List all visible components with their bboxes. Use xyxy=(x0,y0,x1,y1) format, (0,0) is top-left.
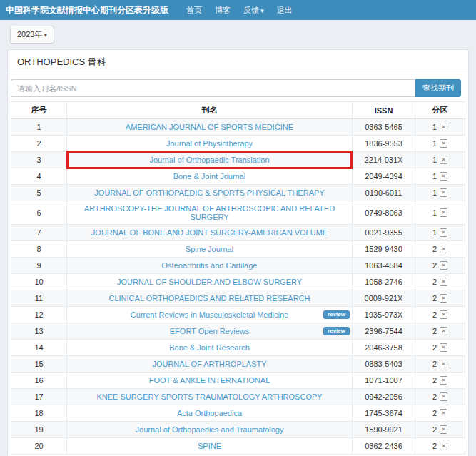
journal-link[interactable]: Bone & Joint Journal xyxy=(173,172,246,181)
row-seq: 3 xyxy=(11,152,67,168)
row-tier: 2✕ xyxy=(415,356,465,373)
journal-link[interactable]: Osteoarthritis and Cartilage xyxy=(162,261,258,270)
journal-link[interactable]: Journal of Orthopaedic Translation xyxy=(149,156,269,164)
row-seq: 14 xyxy=(11,340,67,356)
row-issn: 0362-2436 xyxy=(353,438,415,455)
row-name-cell: EFORT Open Reviews review xyxy=(67,323,353,340)
search-journal-button[interactable]: 查找期刊 xyxy=(415,79,461,97)
journal-link[interactable]: SPINE xyxy=(198,442,221,450)
broken-image-icon: ✕ xyxy=(440,376,447,385)
tier-number: 2 xyxy=(432,261,437,270)
row-tier: 1✕ xyxy=(415,152,465,168)
journal-table-wrap: 序号 刊名 ISSN 分区 1 AMERICAN JOURNAL OF SPOR… xyxy=(8,97,468,455)
nav-item-blog[interactable]: 博客 xyxy=(215,5,231,16)
row-tier: 1✕ xyxy=(415,225,465,241)
row-name-cell: ARTHROSCOPY-THE JOURNAL OF ARTHROSCOPIC … xyxy=(67,201,353,225)
table-row: 15 JOURNAL OF ARTHROPLASTY 0883-5403 2✕ xyxy=(11,356,465,373)
row-name-cell: Bone & Joint Journal xyxy=(67,168,353,185)
table-row: 13 EFORT Open Reviews review 2396-7544 2… xyxy=(11,323,465,340)
tier-number: 2 xyxy=(432,327,437,335)
broken-image-icon: ✕ xyxy=(440,228,447,237)
table-row: 12 Current Reviews in Musculoskeletal Me… xyxy=(11,307,465,323)
journal-link[interactable]: CLINICAL ORTHOPAEDICS AND RELATED RESEAR… xyxy=(109,294,310,303)
journal-table: 序号 刊名 ISSN 分区 1 AMERICAN JOURNAL OF SPOR… xyxy=(11,101,465,455)
journal-link[interactable]: Spine Journal xyxy=(186,245,233,253)
broken-image-icon: ✕ xyxy=(440,261,447,270)
journal-link[interactable]: ARTHROSCOPY-THE JOURNAL OF ARTHROSCOPIC … xyxy=(84,204,335,221)
row-issn: 0009-921X xyxy=(353,290,415,307)
journal-link[interactable]: AMERICAN JOURNAL OF SPORTS MEDICINE xyxy=(126,123,293,131)
journal-link[interactable]: JOURNAL OF BONE AND JOINT SURGERY-AMERIC… xyxy=(91,228,328,237)
journal-link[interactable]: JOURNAL OF SHOULDER AND ELBOW SURGERY xyxy=(117,278,302,286)
table-row: 17 KNEE SURGERY SPORTS TRAUMATOLOGY ARTH… xyxy=(11,389,465,405)
year-dropdown-button[interactable]: 2023年▾ xyxy=(10,26,54,44)
row-seq: 15 xyxy=(11,356,67,373)
row-name-cell: JOURNAL OF ARTHROPLASTY xyxy=(67,356,353,373)
journal-link[interactable]: Bone & Joint Research xyxy=(169,343,250,352)
tier-number: 1 xyxy=(432,188,437,197)
row-issn: 0363-5465 xyxy=(353,119,415,136)
tier-number: 2 xyxy=(432,294,437,303)
broken-image-icon: ✕ xyxy=(440,278,447,286)
table-row: 18 Acta Orthopaedica 1745-3674 2✕ xyxy=(11,405,465,422)
tier-number: 1 xyxy=(432,123,437,131)
journal-link[interactable]: Acta Orthopaedica xyxy=(177,409,242,417)
search-input[interactable] xyxy=(11,79,415,97)
nav-item-feedback-label: 反馈 xyxy=(243,6,259,14)
tier-number: 1 xyxy=(432,208,437,217)
row-name-cell: Spine Journal xyxy=(67,241,353,258)
row-issn: 1836-9553 xyxy=(353,136,415,152)
journal-link[interactable]: EFORT Open Reviews xyxy=(170,327,249,335)
table-row: 20 SPINE 0362-2436 2✕ xyxy=(11,438,465,455)
row-tier: 2✕ xyxy=(415,340,465,356)
row-name-cell: JOURNAL OF SHOULDER AND ELBOW SURGERY xyxy=(67,274,353,290)
row-seq: 13 xyxy=(11,323,67,340)
journal-link[interactable]: Journal of Physiotherapy xyxy=(166,139,253,148)
row-name-cell: KNEE SURGERY SPORTS TRAUMATOLOGY ARTHROS… xyxy=(67,389,353,405)
journal-link[interactable]: Journal of Orthopaedics and Traumatology xyxy=(136,425,284,434)
row-issn: 1935-973X xyxy=(353,307,415,323)
tier-number: 2 xyxy=(432,310,437,319)
nav-item-feedback[interactable]: 反馈▾ xyxy=(243,5,264,16)
row-name-cell: Journal of Orthopaedic Translation xyxy=(67,152,353,168)
category-title: ORTHOPEDICS 骨科 xyxy=(8,50,468,74)
journal-link[interactable]: KNEE SURGERY SPORTS TRAUMATOLOGY ARTHROS… xyxy=(96,392,322,401)
row-tier: 2✕ xyxy=(415,373,465,389)
nav-item-logout[interactable]: 退出 xyxy=(277,5,293,16)
broken-image-icon: ✕ xyxy=(440,172,447,181)
table-row: 19 Journal of Orthopaedics and Traumatol… xyxy=(11,422,465,438)
broken-image-icon: ✕ xyxy=(440,294,447,303)
broken-image-icon: ✕ xyxy=(440,442,447,450)
row-name-cell: SPINE xyxy=(67,438,353,455)
row-issn: 1745-3674 xyxy=(353,405,415,422)
broken-image-icon: ✕ xyxy=(440,310,447,319)
journal-link[interactable]: FOOT & ANKLE INTERNATIONAL xyxy=(149,376,270,385)
row-seq: 18 xyxy=(11,405,67,422)
row-tier: 1✕ xyxy=(415,201,465,225)
table-row: 5 JOURNAL OF ORTHOPAEDIC & SPORTS PHYSIC… xyxy=(11,185,465,201)
row-tier: 2✕ xyxy=(415,323,465,340)
row-tier: 2✕ xyxy=(415,307,465,323)
row-issn: 2214-031X xyxy=(353,152,415,168)
tier-number: 2 xyxy=(432,278,437,286)
tier-number: 2 xyxy=(432,245,437,253)
broken-image-icon: ✕ xyxy=(440,139,447,148)
row-seq: 12 xyxy=(11,307,67,323)
row-name-cell: JOURNAL OF BONE AND JOINT SURGERY-AMERIC… xyxy=(67,225,353,241)
nav-item-home[interactable]: 首页 xyxy=(186,5,202,16)
row-tier: 2✕ xyxy=(415,389,465,405)
row-seq: 19 xyxy=(11,422,67,438)
row-tier: 1✕ xyxy=(415,136,465,152)
row-seq: 7 xyxy=(11,225,67,241)
journal-link[interactable]: Current Reviews in Musculoskeletal Medic… xyxy=(131,310,288,319)
tier-number: 1 xyxy=(432,228,437,237)
broken-image-icon: ✕ xyxy=(440,360,447,368)
row-seq: 6 xyxy=(11,201,67,225)
broken-image-icon: ✕ xyxy=(440,343,447,352)
journal-link[interactable]: JOURNAL OF ORTHOPAEDIC & SPORTS PHYSICAL… xyxy=(94,188,324,197)
journal-link[interactable]: JOURNAL OF ARTHROPLASTY xyxy=(152,360,266,368)
broken-image-icon: ✕ xyxy=(440,409,447,417)
table-row: 6 ARTHROSCOPY-THE JOURNAL OF ARTHROSCOPI… xyxy=(11,201,465,225)
broken-image-icon: ✕ xyxy=(440,123,447,131)
site-brand[interactable]: 中国科学院文献情报中心期刊分区表升级版 xyxy=(6,4,168,16)
